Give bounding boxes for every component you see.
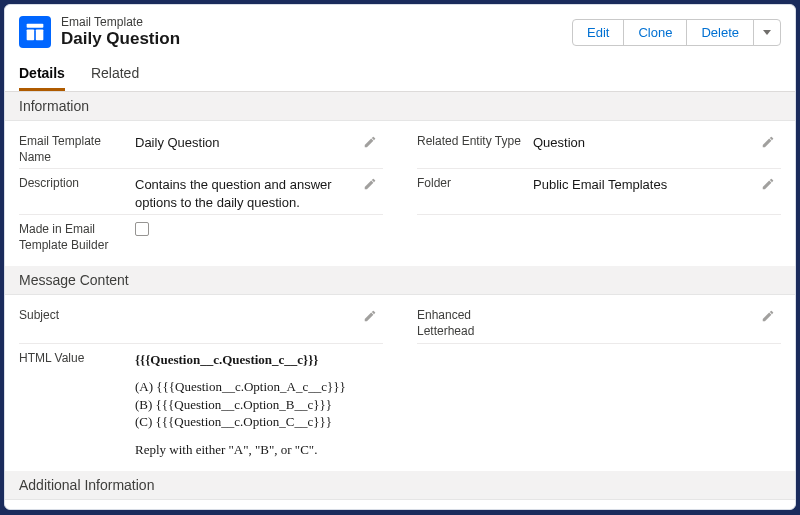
html-reply-instruction: Reply with either "A", "B", or "C". — [135, 441, 781, 459]
more-actions-button[interactable] — [753, 19, 781, 46]
email-template-icon — [19, 16, 51, 48]
section-message-content-title: Message Content — [5, 266, 795, 295]
field-folder: Folder Public Email Templates — [417, 169, 781, 215]
record-card: Email Template Daily Question Edit Clone… — [4, 4, 796, 510]
field-created-by: Created By Bradley Condon, 12/6/2024, 2:… — [19, 506, 383, 509]
field-related-entity: Related Entity Type Question — [417, 127, 781, 169]
field-made-in-builder-label: Made in Email Template Builder — [19, 221, 129, 253]
field-made-in-builder: Made in Email Template Builder — [19, 215, 383, 256]
field-enhanced-letterhead-value — [533, 307, 753, 308]
field-subject-label: Subject — [19, 307, 129, 324]
html-option-a: (A) {{{Question__c.Option_A_c__c}}} — [135, 378, 781, 396]
section-message-content: Subject Enhanced Letterhead HTML Value {… — [5, 295, 795, 471]
record-header: Email Template Daily Question Edit Clone… — [5, 5, 795, 57]
html-option-b: (B) {{{Question__c.Option_B__c}}} — [135, 396, 781, 414]
field-html-value-label: HTML Value — [19, 350, 129, 367]
section-information-title: Information — [5, 92, 795, 121]
field-html-value: HTML Value {{{Question__c.Question_c__c}… — [19, 344, 781, 462]
field-related-entity-value: Question — [533, 133, 753, 152]
html-option-c: (C) {{{Question__c.Option_C__c}}} — [135, 413, 781, 431]
field-folder-label: Folder — [417, 175, 527, 192]
header-actions: Edit Clone Delete — [572, 19, 781, 46]
field-html-value-content: {{{Question__c.Question_c__c}}} (A) {{{Q… — [135, 350, 781, 459]
field-enhanced-letterhead-label: Enhanced Letterhead — [417, 307, 527, 339]
field-made-in-builder-value — [135, 221, 355, 241]
tabs: Details Related — [5, 57, 795, 92]
field-name: Email Template Name Daily Question — [19, 127, 383, 169]
section-additional-info: Created By Bradley Condon, 12/6/2024, 2:… — [5, 500, 795, 509]
edit-button[interactable]: Edit — [572, 19, 624, 46]
field-subject-value — [135, 307, 355, 308]
field-description-label: Description — [19, 175, 129, 192]
clone-button[interactable]: Clone — [623, 19, 687, 46]
tab-details[interactable]: Details — [19, 57, 65, 91]
record-name: Daily Question — [61, 29, 562, 49]
details-content: Information Email Template Name Daily Qu… — [5, 92, 795, 509]
pencil-icon[interactable] — [759, 307, 777, 325]
field-description-value: Contains the question and answer options… — [135, 175, 355, 211]
svg-rect-1 — [27, 30, 35, 41]
field-description: Description Contains the question and an… — [19, 169, 383, 215]
field-enhanced-letterhead: Enhanced Letterhead — [417, 301, 781, 343]
pencil-icon[interactable] — [759, 133, 777, 151]
svg-rect-2 — [36, 30, 44, 41]
pencil-icon[interactable] — [361, 133, 379, 151]
pencil-icon[interactable] — [361, 307, 379, 325]
html-options-block: (A) {{{Question__c.Option_A_c__c}}} (B) … — [135, 378, 781, 431]
chevron-down-icon — [763, 30, 771, 35]
checkbox-unchecked-icon — [135, 222, 149, 236]
section-additional-info-title: Additional Information — [5, 471, 795, 500]
field-related-entity-label: Related Entity Type — [417, 133, 527, 150]
html-question-token: {{{Question__c.Question_c__c}}} — [135, 351, 781, 369]
field-subject: Subject — [19, 301, 383, 343]
field-name-value: Daily Question — [135, 133, 355, 152]
field-last-modified-by: Last Modified By Bradley Condon, 12/13/2… — [417, 506, 781, 509]
record-type-label: Email Template — [61, 15, 562, 29]
record-titles: Email Template Daily Question — [61, 15, 562, 49]
pencil-icon[interactable] — [361, 175, 379, 193]
delete-button[interactable]: Delete — [686, 19, 754, 46]
field-name-label: Email Template Name — [19, 133, 129, 165]
tab-related[interactable]: Related — [91, 57, 139, 91]
section-information: Email Template Name Daily Question Relat… — [5, 121, 795, 266]
svg-rect-0 — [27, 24, 44, 28]
field-folder-value: Public Email Templates — [533, 175, 753, 194]
pencil-icon[interactable] — [759, 175, 777, 193]
